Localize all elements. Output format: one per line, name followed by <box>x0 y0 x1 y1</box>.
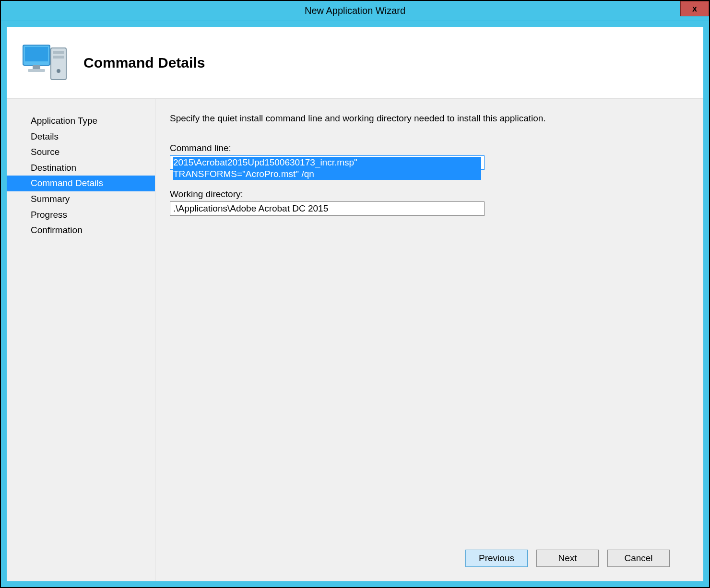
sidebar-item-confirmation[interactable]: Confirmation <box>7 223 155 238</box>
sidebar-item-summary[interactable]: Summary <box>7 191 155 207</box>
previous-button[interactable]: Previous <box>465 550 528 567</box>
main-pane: Specify the quiet install command line a… <box>155 99 703 581</box>
instruction-text: Specify the quiet install command line a… <box>170 113 689 124</box>
content-row: Application Type Details Source Destinat… <box>7 99 703 581</box>
window-title: New Application Wizard <box>305 5 405 16</box>
wizard-steps-sidebar: Application Type Details Source Destinat… <box>7 99 155 581</box>
button-bar: Previous Next Cancel <box>170 535 689 581</box>
svg-rect-2 <box>33 65 40 69</box>
working-dir-label: Working directory: <box>170 189 689 200</box>
sidebar-item-source[interactable]: Source <box>7 144 155 160</box>
spacer <box>170 235 689 535</box>
command-line-label: Command line: <box>170 143 689 153</box>
close-icon: x <box>692 4 697 13</box>
svg-point-7 <box>57 69 60 73</box>
svg-rect-1 <box>25 47 48 61</box>
next-button[interactable]: Next <box>536 550 599 567</box>
sidebar-item-application-type[interactable]: Application Type <box>7 113 155 129</box>
close-button[interactable]: x <box>680 1 709 16</box>
svg-rect-3 <box>28 69 45 72</box>
working-dir-input[interactable] <box>170 201 485 216</box>
command-line-field-group: Command line: 2015\Acrobat2015Upd1500630… <box>170 143 689 170</box>
svg-rect-5 <box>53 51 64 54</box>
working-dir-field-group: Working directory: <box>170 189 689 216</box>
window-body: Command Details Application Type Details… <box>1 21 709 587</box>
command-line-input[interactable]: 2015\Acrobat2015Upd1500630173_incr.msp" … <box>170 155 485 170</box>
button-bar-wrap: Previous Next Cancel <box>170 535 689 581</box>
sidebar-item-progress[interactable]: Progress <box>7 207 155 223</box>
sidebar-item-destination[interactable]: Destination <box>7 160 155 176</box>
cancel-button[interactable]: Cancel <box>607 550 670 567</box>
titlebar[interactable]: New Application Wizard x <box>1 1 709 21</box>
svg-rect-6 <box>53 56 64 59</box>
inner-frame: Command Details Application Type Details… <box>7 27 703 581</box>
sidebar-item-details[interactable]: Details <box>7 129 155 145</box>
page-title: Command Details <box>83 55 205 71</box>
header-banner: Command Details <box>7 27 703 99</box>
wizard-window: New Application Wizard x Com <box>0 0 710 588</box>
command-line-value: 2015\Acrobat2015Upd1500630173_incr.msp" … <box>173 157 481 180</box>
sidebar-item-command-details[interactable]: Command Details <box>7 176 155 191</box>
computer-icon <box>21 41 69 84</box>
